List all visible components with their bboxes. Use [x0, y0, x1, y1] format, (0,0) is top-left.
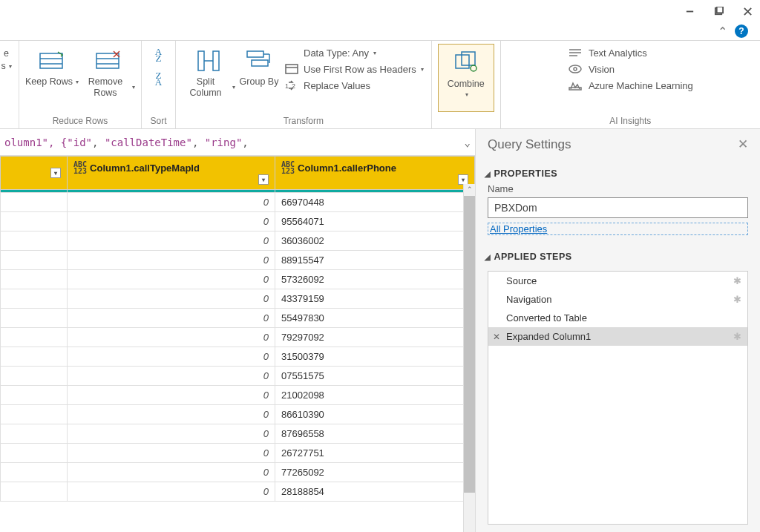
step-gear-icon[interactable]: ✱	[733, 294, 741, 305]
properties-section-header[interactable]: ◢PROPERTIES	[485, 168, 748, 179]
table-row[interactable]: 087696558	[1, 424, 475, 444]
table-row[interactable]: 036036002	[1, 231, 475, 251]
table-row[interactable]: 088915547	[1, 251, 475, 270]
applied-step[interactable]: ✕Expanded Column1✱	[488, 327, 747, 346]
aml-icon	[568, 79, 583, 91]
svg-rect-16	[247, 51, 263, 57]
column-filter-button[interactable]	[258, 174, 269, 185]
svg-rect-13	[198, 51, 204, 70]
step-gear-icon[interactable]: ✱	[733, 331, 741, 342]
vision-icon	[568, 63, 583, 75]
title-bar	[0, 0, 760, 22]
minimize-button[interactable]	[684, 6, 695, 16]
applied-step[interactable]: Source✱	[488, 272, 747, 290]
svg-rect-17	[252, 60, 268, 66]
svg-rect-20	[286, 65, 298, 73]
query-settings-pane: Query Settings ✕ ◢PROPERTIES Name All Pr…	[475, 129, 760, 532]
table-row[interactable]: 021002098	[1, 386, 475, 405]
group-by-button[interactable]: Group By	[238, 44, 280, 88]
pane-title: Query Settings	[488, 137, 571, 152]
partial-button-label[interactable]: e	[4, 48, 9, 59]
data-type-button[interactable]: Data Type: Any▾	[284, 47, 424, 59]
table-row[interactable]: 079297092	[1, 328, 475, 347]
svg-rect-25	[462, 52, 475, 65]
table-row[interactable]: 057326092	[1, 270, 475, 289]
table-row[interactable]: 086610390	[1, 405, 475, 424]
table-row[interactable]: 043379159	[1, 289, 475, 309]
remove-rows-icon	[93, 47, 124, 75]
table-row[interactable]: 066970448	[1, 193, 475, 212]
vision-button[interactable]: Vision	[568, 63, 693, 75]
step-gear-icon[interactable]: ✱	[733, 275, 741, 286]
collapse-ribbon-icon[interactable]: ⌃	[718, 24, 727, 39]
keep-rows-icon	[36, 47, 68, 75]
table-row[interactable]: 055497830	[1, 309, 475, 328]
help-row: ⌃ ?	[0, 22, 760, 40]
svg-point-26	[471, 65, 476, 71]
applied-step[interactable]: Converted to Table	[488, 309, 747, 327]
close-button[interactable]	[742, 6, 753, 16]
ribbon: es▾ Keep Rows▾ Remove Rows▾ Reduce Rows …	[0, 40, 760, 129]
svg-text:1: 1	[285, 82, 289, 90]
group-label: Reduce Rows	[53, 116, 108, 128]
svg-rect-24	[456, 55, 469, 68]
text-analytics-button[interactable]: Text Analytics	[568, 47, 693, 59]
formula-bar[interactable]: olumn1", {"id", "callDateTime", "ring", …	[0, 129, 475, 156]
svg-point-31	[574, 68, 577, 70]
table-row[interactable]: 028188854	[1, 482, 475, 502]
maximize-button[interactable]	[713, 6, 724, 16]
delete-step-icon[interactable]: ✕	[493, 332, 500, 342]
replace-icon: 12	[284, 79, 299, 91]
svg-point-30	[569, 65, 581, 73]
table-row[interactable]: 077265092	[1, 463, 475, 482]
data-grid[interactable]: ABC123Column1.callTypeMapId ABC123Column…	[0, 156, 475, 532]
table-row[interactable]: 026727751	[1, 444, 475, 463]
group-label: Sort	[150, 116, 166, 128]
use-first-row-button[interactable]: Use First Row as Headers▾	[284, 63, 424, 75]
replace-values-button[interactable]: 12Replace Values	[284, 79, 424, 91]
applied-step[interactable]: Navigation✱	[488, 290, 747, 309]
split-column-button[interactable]: Split Column▾	[182, 44, 235, 99]
close-pane-button[interactable]: ✕	[738, 137, 748, 152]
table-row[interactable]: 007551575	[1, 367, 475, 386]
svg-rect-2	[716, 7, 722, 13]
keep-rows-button[interactable]: Keep Rows▾	[25, 44, 79, 88]
group-by-icon	[243, 47, 275, 75]
combine-icon	[451, 49, 482, 77]
combine-button[interactable]: Combine▾	[438, 44, 494, 112]
svg-rect-5	[40, 53, 62, 68]
sort-asc-button[interactable]: AZ	[151, 48, 167, 65]
applied-steps-section-header[interactable]: ◢APPLIED STEPS	[485, 252, 748, 262]
column-filter-button[interactable]	[458, 174, 468, 185]
query-name-input[interactable]	[488, 197, 748, 218]
column-header[interactable]: Column1.callerPhone	[298, 162, 396, 174]
vertical-scrollbar[interactable]: ⌃	[463, 184, 475, 532]
column-header[interactable]: Column1.callTypeMapId	[90, 162, 200, 174]
svg-rect-14	[213, 51, 219, 70]
split-column-icon	[193, 47, 224, 75]
group-label: Transform	[284, 116, 324, 128]
azure-ml-button[interactable]: Azure Machine Learning	[568, 79, 693, 91]
headers-icon	[284, 63, 299, 75]
name-label: Name	[488, 183, 748, 194]
table-row[interactable]: 095564071	[1, 212, 475, 231]
group-label: AI Insights	[609, 116, 651, 128]
scrollbar-thumb[interactable]	[464, 196, 475, 493]
help-icon[interactable]: ?	[735, 24, 748, 38]
table-row[interactable]: 031500379	[1, 347, 475, 367]
text-analytics-icon	[568, 47, 583, 59]
applied-steps-list: Source✱Navigation✱Converted to Table✕Exp…	[488, 271, 748, 525]
formula-expand-icon[interactable]: ⌄	[465, 137, 471, 148]
remove-rows-button[interactable]: Remove Rows▾	[82, 44, 135, 99]
all-properties-link[interactable]: All Properties	[488, 223, 748, 235]
scroll-up-icon[interactable]: ⌃	[464, 184, 475, 194]
sort-desc-button[interactable]: ZA	[151, 72, 167, 88]
data-type-icon	[284, 47, 299, 59]
column-filter-button[interactable]	[50, 168, 61, 178]
